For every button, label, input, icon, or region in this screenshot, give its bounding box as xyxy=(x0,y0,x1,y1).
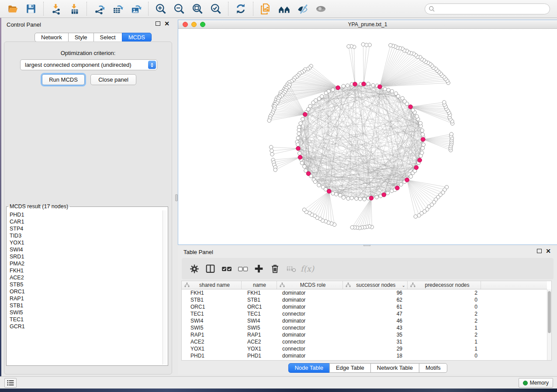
tab-node-table[interactable]: Node Table xyxy=(288,363,330,373)
cell-successor-nodes[interactable]: 46 xyxy=(343,317,408,324)
cell-successor-nodes[interactable]: 61 xyxy=(343,303,408,310)
export-image-button[interactable] xyxy=(127,1,145,17)
table-row[interactable]: FKH1 FKH1 dominator 96 2 xyxy=(182,289,547,296)
cell-shared-name[interactable]: STB1 xyxy=(182,296,242,303)
table-settings-button[interactable] xyxy=(186,261,202,277)
zoom-selected-button[interactable] xyxy=(207,1,225,17)
cell-predecessor-nodes[interactable]: 1 xyxy=(408,345,481,352)
column-header-successor-nodes[interactable]: successor nodes ⌄ xyxy=(343,281,408,289)
zoom-fit-button[interactable] xyxy=(188,1,207,17)
mcds-result-item[interactable]: GCR1 xyxy=(10,323,162,330)
column-header-mcds-role[interactable]: MCDS role xyxy=(277,281,343,289)
mcds-list-scrollbar[interactable] xyxy=(163,210,167,364)
tab-mcds[interactable]: MCDS xyxy=(122,33,152,42)
mcds-result-item[interactable]: STB1 xyxy=(10,302,162,309)
cell-name[interactable]: PHD1 xyxy=(242,352,277,359)
cell-mcds-role[interactable]: dominator xyxy=(277,331,343,338)
column-header-name[interactable]: name xyxy=(242,281,277,289)
mcds-result-item[interactable]: STP4 xyxy=(10,225,162,232)
cell-predecessor-nodes[interactable]: 0 xyxy=(408,352,481,359)
cell-name[interactable]: ORC1 xyxy=(242,303,277,310)
cell-name[interactable]: SWI4 xyxy=(242,317,277,324)
cell-predecessor-nodes[interactable]: 2 xyxy=(408,331,481,338)
cell-name[interactable]: FKH1 xyxy=(242,289,277,296)
column-header-shared-name[interactable]: shared name xyxy=(182,281,242,289)
close-panel-icon[interactable]: ✕ xyxy=(546,249,551,253)
cell-shared-name[interactable]: RAP1 xyxy=(182,331,242,338)
cell-shared-name[interactable]: YOX1 xyxy=(182,345,242,352)
mcds-result-item[interactable]: CAR1 xyxy=(10,218,162,225)
tab-network-table[interactable]: Network Table xyxy=(370,363,419,373)
close-panel-icon[interactable]: ✕ xyxy=(164,21,170,26)
table-row[interactable]: YOX1 YOX1 connector 29 1 xyxy=(182,345,547,352)
cell-shared-name[interactable]: TEC1 xyxy=(182,310,242,317)
cell-name[interactable]: TEC1 xyxy=(242,310,277,317)
cell-successor-nodes[interactable]: 96 xyxy=(343,289,408,296)
scrollbar-thumb[interactable] xyxy=(548,291,551,333)
refresh-button[interactable] xyxy=(232,1,250,17)
mcds-result-item[interactable]: SRD1 xyxy=(10,253,162,260)
optimization-criterion-select[interactable]: largest connected component (undirected) xyxy=(20,59,157,70)
cell-mcds-role[interactable]: connector xyxy=(277,310,343,317)
network-window-titlebar[interactable]: YPA_prune.txt_1 xyxy=(178,20,557,29)
table-row[interactable]: SWI4 SWI4 dominator 46 2 xyxy=(182,317,547,324)
tab-motifs[interactable]: Motifs xyxy=(419,363,447,373)
table-row[interactable]: ORC1 ORC1 dominator 61 0 xyxy=(182,303,547,310)
cell-mcds-role[interactable]: dominator xyxy=(277,303,343,310)
cell-successor-nodes[interactable]: 18 xyxy=(343,352,408,359)
mcds-result-item[interactable]: PHD1 xyxy=(10,211,162,218)
cell-successor-nodes[interactable]: 31 xyxy=(343,338,408,345)
add-column-button[interactable] xyxy=(251,261,267,277)
deselect-all-button[interactable] xyxy=(235,261,251,277)
zoom-in-button[interactable] xyxy=(152,1,170,17)
cell-shared-name[interactable]: ACE2 xyxy=(182,338,242,345)
table-row[interactable]: STB1 STB1 dominator 62 0 xyxy=(182,296,547,303)
close-panel-button[interactable]: Close panel xyxy=(90,74,136,85)
hide-selected-button[interactable] xyxy=(293,1,311,17)
cell-shared-name[interactable]: PHD1 xyxy=(182,352,242,359)
show-column-button[interactable] xyxy=(202,261,218,277)
mcds-result-item[interactable]: ACE2 xyxy=(10,274,162,281)
column-header-predecessor-nodes[interactable]: predecessor nodes xyxy=(408,281,481,289)
network-graph[interactable] xyxy=(178,29,556,244)
mcds-result-item[interactable]: TEC1 xyxy=(10,316,162,323)
cell-successor-nodes[interactable]: 43 xyxy=(343,324,408,331)
cell-predecessor-nodes[interactable]: 0 xyxy=(408,303,481,310)
cell-mcds-role[interactable]: connector xyxy=(277,338,343,345)
export-table-button[interactable] xyxy=(108,1,127,17)
cell-predecessor-nodes[interactable]: 2 xyxy=(408,310,481,317)
cell-name[interactable]: YOX1 xyxy=(242,345,277,352)
mcds-result-item[interactable]: RAP1 xyxy=(10,295,162,302)
show-all-button[interactable] xyxy=(311,1,330,17)
cell-successor-nodes[interactable]: 35 xyxy=(343,331,408,338)
zoom-out-button[interactable] xyxy=(170,1,188,17)
cell-mcds-role[interactable]: dominator xyxy=(277,296,343,303)
cell-shared-name[interactable]: ORC1 xyxy=(182,303,242,310)
cell-name[interactable]: ACE2 xyxy=(242,338,277,345)
table-row[interactable]: SWI5 SWI5 connector 43 1 xyxy=(182,324,547,331)
table-vertical-scrollbar[interactable] xyxy=(547,289,551,360)
select-all-button[interactable] xyxy=(218,261,235,277)
cell-predecessor-nodes[interactable]: 2 xyxy=(408,317,481,324)
search-input[interactable] xyxy=(435,6,546,12)
delete-column-button[interactable] xyxy=(267,261,283,277)
save-button[interactable] xyxy=(22,1,40,17)
tab-select[interactable]: Select xyxy=(93,33,122,42)
vertical-splitter[interactable] xyxy=(175,18,178,376)
mcds-result-item[interactable]: TID3 xyxy=(10,232,162,239)
export-network-button[interactable] xyxy=(90,1,108,17)
mcds-result-item[interactable]: SWI4 xyxy=(10,246,162,253)
mcds-result-item[interactable]: PMA2 xyxy=(10,260,162,267)
mcds-result-item[interactable]: STB5 xyxy=(10,281,162,288)
mcds-result-item[interactable]: FKH1 xyxy=(10,267,162,274)
first-neighbors-button[interactable] xyxy=(275,1,293,17)
cell-mcds-role[interactable]: dominator xyxy=(277,352,343,359)
cell-shared-name[interactable]: SWI5 xyxy=(182,324,242,331)
mcds-result-item[interactable]: YOX1 xyxy=(10,239,162,246)
tab-style[interactable]: Style xyxy=(68,33,94,42)
cell-mcds-role[interactable]: connector xyxy=(277,324,343,331)
cell-name[interactable]: SWI5 xyxy=(242,324,277,331)
float-panel-icon[interactable] xyxy=(156,21,160,26)
run-mcds-button[interactable]: Run MCDS xyxy=(42,74,85,85)
cell-successor-nodes[interactable]: 62 xyxy=(343,296,408,303)
